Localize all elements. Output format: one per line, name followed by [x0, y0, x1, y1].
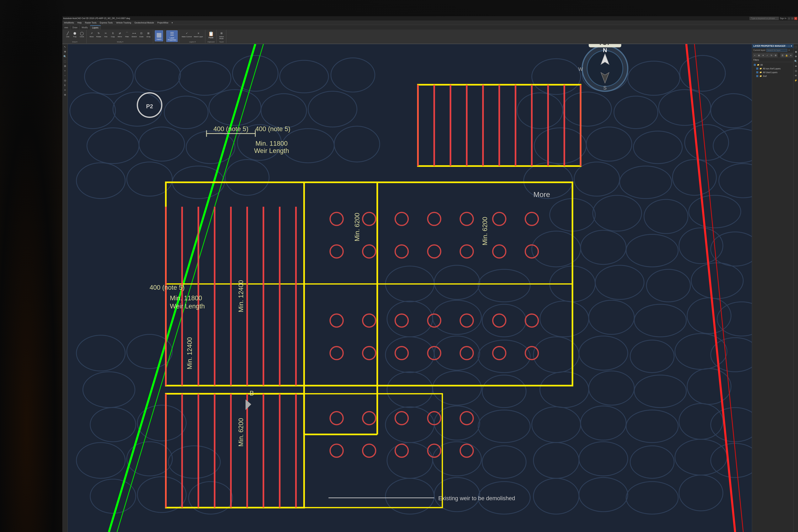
- copy-button[interactable]: ⎘ Copy: [110, 30, 116, 38]
- svg-text:P2: P2: [146, 103, 153, 110]
- properties-button[interactable]: ℹ: [63, 83, 67, 87]
- touch-group-label: Touch: [219, 40, 224, 43]
- 3d-orbit-button[interactable]: ◎: [63, 78, 67, 82]
- copy-icon: ⎘: [110, 31, 115, 36]
- svg-text:Min. 11800: Min. 11800: [255, 140, 284, 147]
- line-button[interactable]: ╱ Line: [64, 30, 71, 38]
- move-icon: ↗: [89, 31, 94, 36]
- make-current-icon: ✓: [184, 31, 189, 36]
- snap-button[interactable]: ⊕: [63, 93, 67, 97]
- array-label: Array: [147, 36, 150, 38]
- layer-properties-icon: ☰: [170, 31, 174, 37]
- ribbon-group-touch: ⊞ SelectMode Touch: [217, 30, 226, 43]
- rotate-icon: ↻: [96, 31, 101, 36]
- layer-button[interactable]: ≡: [63, 88, 67, 92]
- select-tool-button[interactable]: ↖: [63, 45, 67, 49]
- make-current-button[interactable]: ✓ Make Current: [181, 30, 192, 38]
- ribbon-group-modify: ↗ Move ↻ Rotate ✂ Trim ⎘ Copy: [87, 30, 153, 43]
- left-toolbar: ↖ ✥ 🔍 ⬚ ⊞ + − ◎ ℹ ≡ ⊕: [62, 44, 68, 189]
- menu-geotechnical[interactable]: Geotechnical Module: [134, 21, 155, 24]
- match-layer-button[interactable]: ≡ Match Layer: [193, 30, 204, 38]
- fillet-icon: ⌒: [125, 31, 130, 36]
- ribbon-group-draw: ╱ Line ⬟ Poly ◯ Circle Draw ▾: [63, 30, 87, 43]
- draw-buttons: ╱ Line ⬟ Poly ◯ Circle: [64, 30, 85, 38]
- svg-text:400 (note 5): 400 (note 5): [255, 125, 284, 133]
- scale-button[interactable]: ⊡ Scale: [138, 30, 145, 38]
- paste-button[interactable]: 📋 Paste: [207, 30, 215, 39]
- line-label: Line: [66, 36, 69, 38]
- polyline-button[interactable]: ⬟ Poly: [72, 30, 78, 38]
- menu-more[interactable]: ▾: [171, 21, 173, 24]
- trim-button[interactable]: ✂ Trim: [102, 30, 109, 38]
- hatch-label: Hatch: [157, 38, 162, 40]
- monitor-screen: Autodesk AutoCAD Civil 3D 2018 LFD-ARP-2…: [62, 16, 284, 189]
- menu-projectwise[interactable]: ProjectWise: [156, 21, 169, 24]
- array-button[interactable]: ⊞ Array: [145, 30, 152, 38]
- layers-buttons: ✓ Make Current ≡ Match Layer: [181, 30, 204, 38]
- rotate-button[interactable]: ↻ Rotate: [95, 30, 102, 38]
- polyline-label: Poly: [73, 36, 76, 38]
- layer-properties-button[interactable]: ☰ LayerProperties: [166, 30, 178, 42]
- modify-group-label: Modify ▾: [117, 40, 123, 43]
- hatch-icon: ▦: [156, 31, 162, 38]
- zoom-button[interactable]: 🔍: [63, 54, 67, 59]
- stretch-button[interactable]: ⟷ Stretch: [131, 30, 137, 38]
- person-silhouette: [0, 0, 66, 189]
- fillet-button[interactable]: ⌒ Fillet: [124, 30, 130, 38]
- zoom-extents-button[interactable]: ⊞: [63, 64, 67, 68]
- hatch-button[interactable]: ▦ Hatch: [155, 30, 163, 41]
- menu-help[interactable]: Help: [76, 21, 82, 24]
- fillet-label: Fillet: [125, 36, 129, 38]
- menu-infraworks[interactable]: InfraWorks: [63, 21, 75, 24]
- mirror-label: Mirror: [118, 36, 122, 38]
- menu-vehicle-tracking[interactable]: Vehicle Tracking: [115, 21, 132, 24]
- trim-label: Trim: [104, 36, 108, 38]
- copy-label: Copy: [111, 36, 115, 38]
- ribbon-group-layer-props: ☰ LayerProperties: [165, 30, 179, 43]
- tab-draw[interactable]: Draw: [71, 25, 80, 30]
- mirror-button[interactable]: ⇄ Mirror: [117, 30, 123, 38]
- match-layer-icon: ≡: [196, 31, 201, 36]
- cad-svg: P2 400 (note 5) 400 (note 5) Min. 11800 …: [68, 44, 284, 189]
- scale-icon: ⊡: [139, 31, 144, 36]
- line-icon: ╱: [65, 31, 70, 36]
- svg-text:Weir Length: Weir Length: [254, 147, 284, 154]
- workspace: ↖ ✥ 🔍 ⬚ ⊞ + − ◎ ℹ ≡ ⊕: [62, 44, 284, 189]
- cad-drawing-area[interactable]: P2 400 (note 5) 400 (note 5) Min. 11800 …: [68, 44, 284, 189]
- tab-modify[interactable]: Modify: [80, 25, 90, 30]
- tab-views[interactable]: ews: [62, 25, 71, 30]
- mirror-icon: ⇄: [117, 31, 122, 36]
- scale-label: Scale: [139, 36, 144, 38]
- zoom-window-button[interactable]: ⬚: [63, 59, 67, 63]
- draw-group-label: Draw ▾: [72, 40, 77, 43]
- match-layer-label: Match Layer: [194, 36, 203, 38]
- ribbon-tabs: ews Draw Modify Layers: [62, 25, 284, 30]
- trim-icon: ✂: [103, 31, 108, 36]
- polyline-icon: ⬟: [72, 31, 77, 36]
- pan-tool-button[interactable]: ✥: [63, 50, 67, 54]
- menu-express-tools[interactable]: Express Tools: [99, 21, 113, 24]
- move-label: Move: [90, 36, 94, 38]
- rotate-label: Rotate: [96, 36, 101, 38]
- menu-raster-tools[interactable]: Raster Tools: [84, 21, 97, 24]
- clipboard-group-label: Clipboard: [207, 40, 214, 43]
- layers-group-label: Layers ▾: [189, 40, 195, 43]
- menu-bar: InfraWorks Help Raster Tools Express Too…: [62, 21, 284, 25]
- zoom-in-button[interactable]: +: [63, 69, 67, 73]
- ribbon-group-clipboard: 📋 Paste Clipboard: [206, 30, 216, 43]
- circle-icon: ◯: [79, 31, 84, 36]
- circle-button[interactable]: ◯ Circle: [79, 30, 85, 38]
- move-button[interactable]: ↗ Move: [88, 30, 95, 38]
- select-mode-icon: ⊞: [219, 31, 224, 36]
- tab-layers[interactable]: Layers: [90, 25, 101, 30]
- svg-text:400 (note 5): 400 (note 5): [213, 125, 249, 133]
- select-mode-label: SelectMode: [219, 36, 224, 39]
- ribbon-content: ╱ Line ⬟ Poly ◯ Circle Draw ▾: [62, 30, 284, 44]
- paste-icon: 📋: [208, 31, 214, 37]
- select-mode-button[interactable]: ⊞ SelectMode: [218, 30, 225, 40]
- zoom-out-button[interactable]: −: [63, 74, 67, 78]
- title-bar: Autodesk AutoCAD Civil 3D 2018 LFD-ARP-2…: [62, 16, 284, 21]
- ribbon-group-layers: ✓ Make Current ≡ Match Layer Layers ▾: [179, 30, 205, 43]
- layer-properties-label: LayerProperties: [168, 37, 176, 41]
- array-icon: ⊞: [146, 31, 151, 36]
